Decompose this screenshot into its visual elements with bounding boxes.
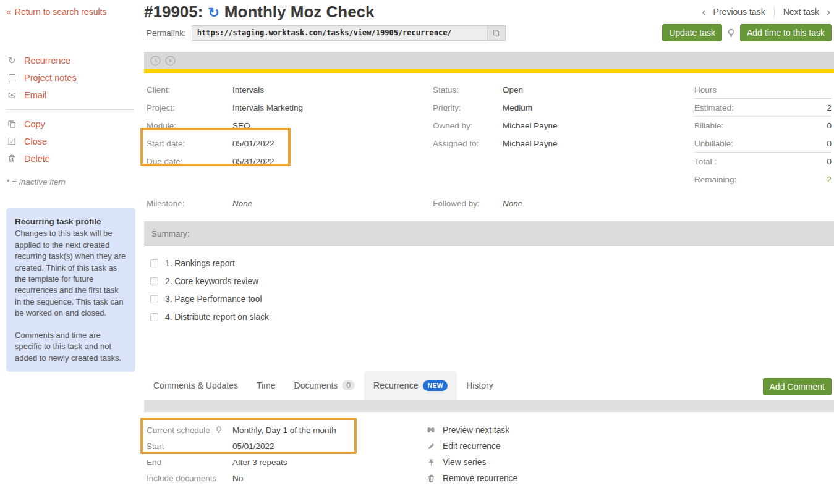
tab-label: History	[466, 380, 493, 390]
recurrence-icon: ↻	[6, 55, 17, 66]
hours-row-billable: Billable: 0	[694, 117, 832, 135]
sidebar-item-recurrence[interactable]: ↻ Recurrence	[6, 52, 141, 69]
checklist-checkbox[interactable]	[150, 313, 158, 321]
pushpin-icon	[426, 458, 436, 467]
copy-permalink-button[interactable]	[487, 26, 505, 40]
checklist-checkbox[interactable]	[150, 295, 158, 303]
hours-row-remaining: Remaining: 2	[694, 170, 832, 188]
checklist-checkbox[interactable]	[150, 259, 158, 267]
main-content: #19905: ↻ Monthly Moz Check ‹ Previous t…	[144, 0, 834, 504]
detail-row-assigned-to: Assigned to: Michael Payne	[433, 135, 680, 153]
detail-value: 05/31/2022	[232, 157, 274, 166]
detail-row-start-date: Start date: 05/01/2022	[147, 135, 394, 153]
sidebar-item-delete[interactable]: Delete	[6, 150, 141, 167]
preview-next-task-link[interactable]: Preview next task	[426, 422, 517, 438]
detail-label: Status:	[433, 85, 503, 94]
chevron-right-icon[interactable]: ›	[827, 6, 830, 17]
update-task-button[interactable]: Update task	[662, 24, 722, 41]
hours-label: Unbillable:	[694, 139, 733, 148]
permalink-input[interactable]	[192, 26, 487, 40]
tab-documents[interactable]: Documents 0	[285, 371, 365, 400]
timer-clock-icon[interactable]	[150, 55, 161, 67]
add-time-button[interactable]: Add time to this task	[740, 24, 832, 41]
followed-by-value: None	[503, 199, 522, 208]
detail-row-owned-by: Owned by: Michael Payne	[433, 117, 680, 135]
recurrence-row-start: Start 05/01/2022	[147, 438, 336, 454]
hours-value: 0	[827, 139, 832, 148]
new-badge: NEW	[423, 380, 448, 391]
copy-to-clipboard-icon	[491, 28, 501, 38]
task-title: Monthly Moz Check	[224, 2, 375, 22]
lightbulb-icon[interactable]	[215, 426, 223, 434]
hours-label: Total :	[694, 157, 717, 166]
action-label: Remove recurrence	[443, 474, 517, 483]
tab-history[interactable]: History	[457, 371, 503, 400]
tab-label: Comments & Updates	[153, 380, 238, 390]
followed-by-label: Followed by:	[433, 199, 503, 208]
permalink-label: Permalink:	[147, 28, 186, 38]
sidebar-divider	[6, 109, 134, 110]
detail-row-client: Client: Intervals	[147, 81, 394, 99]
permalink-row: Permalink: Update task Add time to this …	[147, 25, 832, 41]
remove-recurrence-link[interactable]: Remove recurrence	[426, 470, 517, 486]
checklist-checkbox[interactable]	[150, 277, 158, 285]
return-to-search-link[interactable]: « Return to search results	[6, 7, 106, 17]
task-pagination: ‹ Previous task Next task ›	[702, 6, 830, 17]
tab-recurrence[interactable]: Recurrence NEW	[364, 371, 457, 400]
view-series-link[interactable]: View series	[426, 454, 517, 470]
recurring-task-icon: ↻	[208, 5, 219, 21]
edit-recurrence-link[interactable]: Edit recurrence	[426, 438, 517, 454]
hours-row-unbillable: Unbillable: 0	[694, 135, 832, 153]
previous-task-link[interactable]: Previous task	[713, 7, 775, 17]
summary-label: Summary:	[151, 229, 190, 238]
recurrence-label: Include documents	[147, 474, 232, 483]
checklist-item: 2. Core keywords review	[150, 272, 269, 290]
add-comment-button[interactable]: Add Comment	[763, 378, 832, 395]
milestone-value: None	[232, 199, 252, 208]
info-box-paragraph: Comments and time are specific to this t…	[15, 330, 127, 364]
lightbulb-icon[interactable]	[726, 28, 736, 38]
tab-time[interactable]: Time	[247, 371, 285, 400]
detail-row-priority: Priority: Medium	[433, 99, 680, 117]
sidebar-item-email[interactable]: ✉ Email	[6, 86, 141, 104]
info-box-title: Recurring task profile	[15, 216, 127, 227]
sidebar: « Return to search results ↻ Recurrence …	[0, 0, 141, 372]
sidebar-item-label: Recurrence	[24, 56, 70, 65]
sidebar-item-label: Project notes	[24, 73, 77, 83]
tab-label: Documents	[294, 380, 338, 390]
hours-value: 0	[827, 157, 832, 166]
sidebar-item-close[interactable]: ☑ Close	[6, 133, 141, 150]
sidebar-item-copy[interactable]: Copy	[6, 116, 141, 133]
permalink-field-group	[192, 25, 506, 41]
recurrence-row-schedule: Current schedule Monthly, Day 1 of the m…	[147, 422, 336, 438]
sidebar-item-project-notes[interactable]: Project notes	[6, 69, 141, 86]
recurrence-label: Start	[147, 442, 232, 451]
recurrence-label-text: Current schedule	[147, 426, 210, 435]
action-label: Preview next task	[443, 426, 509, 435]
hours-label: Remaining:	[694, 175, 736, 184]
title-row: #19905: ↻ Monthly Moz Check ‹ Previous t…	[144, 2, 834, 25]
action-label: View series	[443, 458, 486, 467]
milestone-label: Milestone:	[147, 199, 232, 208]
recurrence-row-end: End After 3 repeats	[147, 454, 336, 470]
detail-row-project: Project: Intervals Marketing	[147, 99, 394, 117]
recurrence-row-include-documents: Include documents No	[147, 470, 336, 486]
recurrence-schedule-table: Current schedule Monthly, Day 1 of the m…	[147, 422, 336, 486]
next-task-link[interactable]: Next task	[775, 7, 819, 17]
recurrence-value: No	[232, 474, 243, 483]
chevron-left-icon[interactable]: ‹	[702, 6, 706, 17]
milestone-field: Milestone: None	[147, 195, 252, 212]
detail-value: Intervals Marketing	[232, 103, 303, 112]
detail-row-due-date: Due date: 05/31/2022	[147, 153, 394, 170]
checklist-item-label: 3. Page Performance tool	[165, 295, 262, 304]
sidebar-item-label: Delete	[24, 154, 50, 164]
tab-comments-updates[interactable]: Comments & Updates	[144, 371, 247, 400]
start-timer-play-icon[interactable]	[164, 55, 176, 67]
details-column-middle: Status: Open Priority: Medium Owned by: …	[433, 81, 680, 153]
recurrence-value: 05/01/2022	[232, 442, 274, 451]
detail-label: Owned by:	[433, 121, 503, 130]
checklist-item: 4. Distribute report on slack	[150, 308, 269, 326]
trash-icon	[6, 154, 17, 164]
checklist-item: 3. Page Performance tool	[150, 290, 269, 308]
followed-by-field: Followed by: None	[433, 195, 522, 212]
